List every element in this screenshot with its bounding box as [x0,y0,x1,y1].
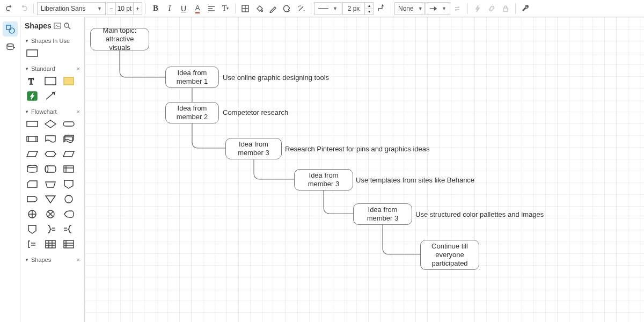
line-width-stepper[interactable]: 2 px ▴ ▾ [342,2,374,15]
redo-icon [19,4,28,13]
node-main-topic[interactable]: Main topic: attractive visuals [90,28,149,50]
shape-terminator[interactable] [61,118,76,130]
chevron-down-icon: ▼ [333,6,338,11]
line-head-select[interactable]: None ▼ [394,2,425,15]
text-style-button[interactable]: T▾ [219,2,232,15]
shape-rect[interactable] [25,47,40,59]
shape-bracket[interactable] [25,238,40,250]
note-2[interactable]: Competetor research [223,108,288,116]
line-head-value: None [398,5,414,12]
shape-action[interactable] [25,90,40,102]
bold-button[interactable]: B [149,2,162,15]
shape-offpage[interactable] [61,178,76,190]
font-size-increase[interactable]: + [134,2,142,15]
undo-button[interactable] [3,2,16,15]
font-size-decrease[interactable]: − [107,2,115,15]
note-5[interactable]: Use structured color pallettes and image… [415,210,544,218]
bolt-icon [473,4,482,13]
shapes-rail-button[interactable] [3,21,18,36]
font-size-stepper[interactable]: − 10 pt + [107,2,142,15]
shape-data[interactable] [61,148,76,160]
search-icon[interactable] [63,22,71,30]
shape-offpage2[interactable] [25,223,40,235]
shape-directdata[interactable] [43,163,58,175]
shape-connector[interactable] [61,193,76,205]
magic-button[interactable] [295,2,308,15]
shape-io[interactable] [25,148,40,160]
group-shapes-in-use[interactable]: ▼ Shapes In Use [23,34,82,46]
close-icon[interactable]: × [77,108,80,115]
note-4[interactable]: Use templates from sites like Behance [356,176,474,184]
action-button[interactable] [471,2,484,15]
connector-type-button[interactable] [375,2,387,15]
shape-sticky-note[interactable] [61,75,76,87]
shape-brace-right[interactable] [43,223,58,235]
svg-rect-15 [27,50,38,56]
font-color-button[interactable]: A [191,2,204,15]
close-icon[interactable]: × [77,65,80,72]
arrow-right-icon [429,6,437,11]
settings-button[interactable] [519,2,532,15]
line-width-decrease[interactable]: ▾ [365,9,374,15]
shape-preparation[interactable] [43,148,58,160]
shape-text[interactable]: T [25,75,40,87]
shape-predefined[interactable] [25,133,40,145]
shape-brace-left[interactable] [61,223,76,235]
shape-decision[interactable] [43,118,58,130]
line-width-value[interactable]: 2 px [342,2,365,15]
shape-process[interactable] [25,118,40,130]
image-icon[interactable] [54,22,61,30]
node-member2[interactable]: Idea from member 2 [165,102,219,123]
fill-color-button[interactable] [253,2,266,15]
data-rail-button[interactable] [3,40,18,55]
chevron-down-icon: ▼ [25,258,29,262]
shape-merge[interactable] [43,193,58,205]
shape-multidoc[interactable] [61,133,76,145]
node-continue[interactable]: Continue till everyone participated [420,240,479,270]
shape-card[interactable] [25,178,40,190]
group-shapes[interactable]: ▼ Shapes × [23,253,82,265]
shape-swimlane[interactable] [61,238,76,250]
shape-delay[interactable] [25,193,40,205]
font-family-select[interactable]: Liberation Sans ▼ [37,2,106,15]
canvas[interactable]: Main topic: attractive visuals Idea from… [85,17,644,322]
shape-display[interactable] [61,208,76,220]
shape-database[interactable] [25,163,40,175]
lock-button[interactable] [499,2,512,15]
line-style-select[interactable]: ▼ [314,2,341,15]
link-button[interactable] [485,2,498,15]
swap-ends-button[interactable] [451,2,464,15]
font-size-value[interactable]: 10 pt [115,2,134,15]
line-width-increase[interactable]: ▴ [365,2,374,9]
insert-table-button[interactable] [239,2,252,15]
italic-button[interactable]: I [163,2,176,15]
underline-button[interactable]: U [177,2,190,15]
shape-summing[interactable] [25,208,40,220]
chevron-down-icon: ▼ [97,6,102,11]
shape-or[interactable] [43,208,58,220]
close-icon[interactable]: × [77,257,80,263]
theme-button[interactable] [281,2,294,15]
flowchart-grid [23,117,82,253]
shape-table[interactable] [43,238,58,250]
node-member3c[interactable]: Idea from member 3 [353,203,412,225]
shape-rect[interactable] [43,75,58,87]
node-member1[interactable]: Idea from member 1 [165,67,219,88]
shape-document[interactable] [43,133,58,145]
edges [85,17,644,322]
redo-button[interactable] [17,2,30,15]
group-standard[interactable]: ▼ Standard × [23,62,82,74]
link-icon [487,4,496,13]
shape-internal[interactable] [61,163,76,175]
line-tail-select[interactable]: ▼ [426,2,450,15]
shapes-icon [5,24,15,34]
align-button[interactable] [205,2,218,15]
node-member3b[interactable]: Idea from member 3 [294,169,353,191]
shape-manual[interactable] [43,178,58,190]
node-member3a[interactable]: Idea from member 3 [225,138,282,159]
note-3[interactable]: Research Pinterest for pins and graphics… [285,145,430,153]
group-flowchart[interactable]: ▼ Flowchart × [23,105,82,117]
line-color-button[interactable] [267,2,280,15]
shape-arrow[interactable] [43,90,58,102]
note-1[interactable]: Use online graphic designing tools [223,74,329,82]
